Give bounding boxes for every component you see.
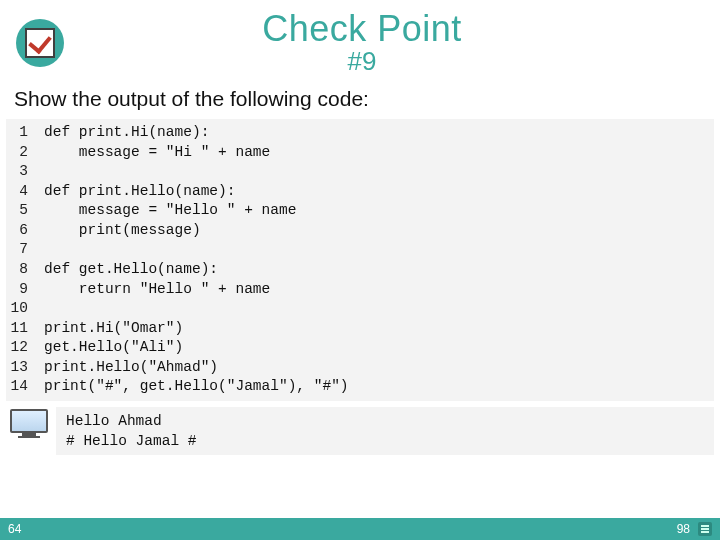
line-number: 14 bbox=[6, 377, 28, 397]
prompt-text: Show the output of the following code: bbox=[0, 81, 720, 119]
line-number: 8 bbox=[6, 260, 28, 280]
line-number: 12 bbox=[6, 338, 28, 358]
line-number: 10 bbox=[6, 299, 28, 319]
title-main: Check Point bbox=[80, 8, 644, 50]
footer-bar: 64 98 bbox=[0, 518, 720, 540]
code-block: 1234567891011121314 def print.Hi(name): … bbox=[6, 119, 714, 401]
footer-left-number: 64 bbox=[8, 522, 21, 536]
code-content: def print.Hi(name): message = "Hi " + na… bbox=[36, 119, 357, 401]
line-number: 9 bbox=[6, 280, 28, 300]
line-number: 2 bbox=[6, 143, 28, 163]
line-number: 7 bbox=[6, 240, 28, 260]
output-row: Hello Ahmad # Hello Jamal # bbox=[6, 407, 714, 456]
output-block: Hello Ahmad # Hello Jamal # bbox=[56, 407, 714, 456]
slide-header: Check Point #9 bbox=[0, 0, 720, 81]
checkmark-icon bbox=[25, 28, 55, 58]
line-number: 5 bbox=[6, 201, 28, 221]
line-number: 3 bbox=[6, 162, 28, 182]
line-number: 11 bbox=[6, 319, 28, 339]
checkpoint-logo bbox=[16, 19, 64, 67]
line-number: 13 bbox=[6, 358, 28, 378]
line-number: 1 bbox=[6, 123, 28, 143]
menu-icon bbox=[698, 522, 712, 536]
title-block: Check Point #9 bbox=[80, 8, 644, 77]
line-number: 4 bbox=[6, 182, 28, 202]
monitor-icon bbox=[10, 409, 48, 439]
line-number-gutter: 1234567891011121314 bbox=[6, 119, 36, 401]
footer-right-number: 98 bbox=[677, 522, 690, 536]
line-number: 6 bbox=[6, 221, 28, 241]
title-sub: #9 bbox=[80, 46, 644, 77]
